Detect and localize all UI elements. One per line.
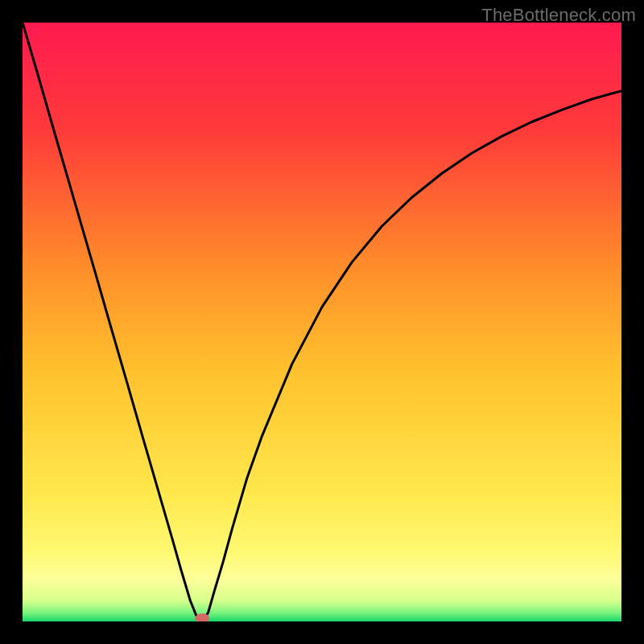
chart-frame xyxy=(23,23,621,621)
chart-canvas xyxy=(23,23,621,621)
chart-background xyxy=(23,23,621,621)
watermark-text: TheBottleneck.com xyxy=(481,5,636,26)
